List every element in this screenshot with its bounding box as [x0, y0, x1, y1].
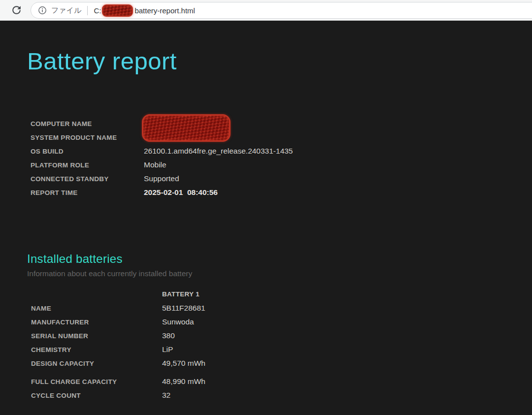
row-label: DESIGN CAPACITY	[31, 360, 162, 367]
url-text: C:battery-report.html	[94, 4, 195, 17]
reload-icon	[10, 4, 23, 16]
row-value: Mobile	[144, 160, 346, 169]
row-label: FULL CHARGE CAPACITY	[31, 378, 162, 385]
address-divider	[87, 6, 88, 15]
row-label: OS BUILD	[31, 148, 144, 155]
row-value: Supported	[144, 174, 346, 183]
section-subtitle: Information about each currently install…	[27, 269, 192, 278]
reload-button[interactable]	[10, 4, 23, 17]
computer-name-redaction	[142, 114, 231, 142]
row-label: NAME	[31, 305, 162, 312]
row-label: SERIAL NUMBER	[31, 332, 162, 340]
table-row: PLATFORM ROLE Mobile	[31, 158, 346, 172]
table-row: SERIAL NUMBER 380	[31, 329, 346, 343]
row-label: MANUFACTURER	[31, 319, 162, 326]
row-value: 380	[162, 331, 346, 340]
row-label: CONNECTED STANDBY	[31, 175, 144, 183]
info-icon[interactable]	[38, 6, 47, 15]
system-info-table: COMPUTER NAME SYSTEM PRODUCT NAME OS BUI…	[31, 117, 346, 199]
row-label: REPORT TIME	[31, 189, 144, 196]
table-row: DESIGN CAPACITY 49,570 mWh	[31, 356, 346, 370]
page-title: Battery report	[27, 47, 177, 75]
address-bar[interactable]: ファイル C:battery-report.html	[31, 2, 532, 19]
row-value: 49,570 mWh	[162, 359, 346, 368]
installed-batteries-section: Installed batteries Information about ea…	[27, 252, 192, 278]
row-label: COMPUTER NAME	[31, 120, 144, 128]
table-row: CYCLE COUNT 32	[31, 388, 346, 402]
browser-window: ファイル C:battery-report.html Battery repor…	[0, 0, 532, 415]
row-value: 32	[162, 391, 346, 400]
url-suffix: battery-report.html	[134, 6, 195, 15]
table-row: CHEMISTRY LiP	[31, 343, 346, 356]
site-info-label: ファイル	[51, 6, 81, 15]
battery-column-header: BATTERY 1	[162, 290, 346, 298]
row-value: Sunwoda	[162, 318, 346, 326]
battery-table-header: BATTERY 1	[31, 287, 346, 301]
table-row: NAME 5B11F28681	[31, 301, 346, 315]
table-row: REPORT TIME 2025-02-01 08:40:56	[31, 186, 346, 199]
row-value: 26100.1.amd64fre.ge_release.240331-1435	[144, 147, 346, 156]
row-value: LiP	[162, 345, 346, 354]
table-row: CONNECTED STANDBY Supported	[31, 172, 346, 186]
report-time-value: 2025-02-01 08:40:56	[144, 188, 346, 197]
row-label: CYCLE COUNT	[31, 392, 162, 399]
row-label: PLATFORM ROLE	[31, 161, 144, 169]
row-label: CHEMISTRY	[31, 346, 162, 353]
url-redaction	[102, 4, 133, 17]
row-value: 48,990 mWh	[162, 377, 346, 386]
battery-report-page: Battery report COMPUTER NAME SYSTEM PROD…	[0, 21, 532, 415]
row-value: 5B11F28681	[162, 304, 346, 313]
table-row: OS BUILD 26100.1.amd64fre.ge_release.240…	[31, 144, 346, 158]
row-label: SYSTEM PRODUCT NAME	[31, 134, 144, 141]
browser-toolbar: ファイル C:battery-report.html	[0, 0, 532, 21]
table-row: MANUFACTURER Sunwoda	[31, 315, 346, 329]
section-heading: Installed batteries	[27, 252, 192, 266]
battery-table: BATTERY 1 NAME 5B11F28681 MANUFACTURER S…	[31, 287, 346, 402]
url-prefix: C:	[94, 6, 101, 15]
table-row: FULL CHARGE CAPACITY 48,990 mWh	[31, 375, 346, 388]
